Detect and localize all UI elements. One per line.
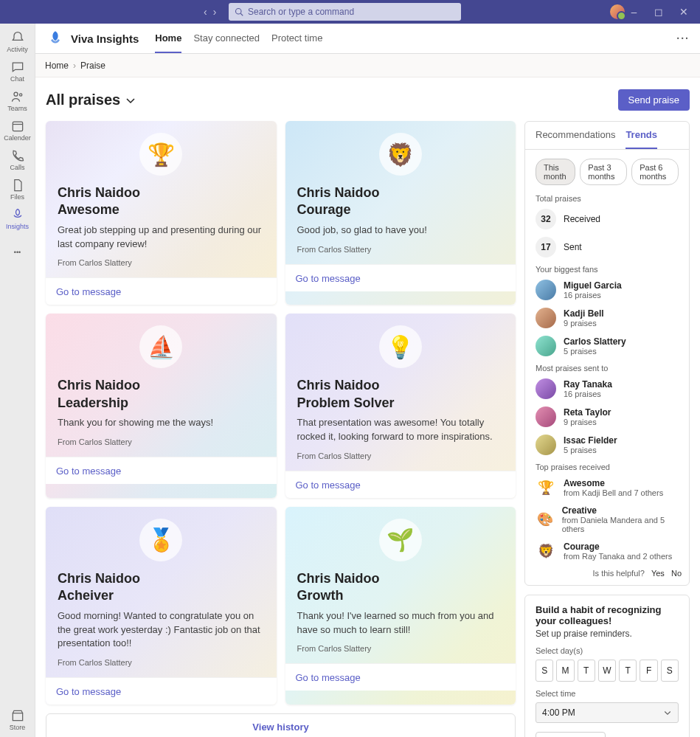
rail-more[interactable]: •••	[0, 238, 35, 267]
svg-point-2	[14, 92, 18, 96]
day-cell[interactable]: T	[578, 660, 595, 682]
rail-chat[interactable]: Chat	[0, 56, 35, 86]
tab-stay-connected[interactable]: Stay connected	[193, 24, 260, 53]
person-avatar	[536, 378, 556, 399]
person-row[interactable]: Ray Tanaka16 praises	[536, 378, 679, 399]
praise-badge-icon: 🌱	[379, 519, 422, 561]
go-to-message-link[interactable]: Go to message	[296, 672, 361, 683]
sent-count: 17	[536, 237, 556, 257]
close-button[interactable]: ✕	[676, 6, 691, 18]
praise-title: Chris NaidooAwesome	[58, 184, 265, 219]
tab-protect-time[interactable]: Protect time	[271, 24, 322, 53]
praise-message: That presentation was awesome! You total…	[297, 416, 505, 444]
rail-store[interactable]: Store	[0, 705, 35, 734]
send-praise-button[interactable]: Send praise	[618, 89, 690, 111]
praise-title: Chris NaidooGrowth	[297, 570, 505, 605]
praise-badge-icon: ⛵	[139, 325, 182, 368]
praise-from: From Carlos Slattery	[58, 658, 265, 667]
helpful-prompt: Is this helpful? Yes No	[533, 569, 682, 578]
reminder-subtitle: Set up praise reminders.	[536, 629, 679, 639]
praise-type-icon: 🦁	[536, 541, 556, 561]
praise-title: Chris NaidooProblem Solver	[297, 377, 505, 412]
go-to-message-link[interactable]: Go to message	[56, 466, 121, 477]
received-count: 32	[536, 209, 556, 229]
set-reminder-button[interactable]: Set reminder	[536, 732, 606, 737]
person-row[interactable]: Issac Fielder5 praises	[536, 435, 679, 455]
maximize-button[interactable]: ◻	[651, 6, 666, 18]
rail-calls[interactable]: Calls	[0, 145, 35, 174]
praise-message: Good job, so glad to have you!	[297, 224, 505, 238]
person-name: Carlos Slattery	[564, 336, 626, 347]
helpful-no[interactable]: No	[671, 569, 682, 578]
praise-cards-grid: 🏆Chris NaidooAwesomeGreat job stepping u…	[46, 121, 516, 737]
praise-type-from: from Ray Tanaka and 2 others	[564, 552, 672, 561]
person-avatar	[536, 406, 556, 427]
praise-card: 🏆Chris NaidooAwesomeGreat job stepping u…	[46, 121, 277, 305]
person-avatar	[536, 280, 556, 300]
praise-title: Chris NaidooLeadership	[58, 377, 265, 412]
reminder-title: Build a habit of recognizing your collea…	[536, 604, 679, 626]
helpful-yes[interactable]: Yes	[651, 569, 665, 578]
reminder-panel: Build a habit of recognizing your collea…	[524, 595, 690, 737]
person-row[interactable]: Miguel Garcia16 praises	[536, 280, 679, 300]
tab-recommendations[interactable]: Recommendations	[536, 122, 615, 149]
app-header: Viva Insights Home Stay connected Protec…	[35, 24, 700, 54]
time-select[interactable]: 4:00 PM	[536, 702, 679, 723]
title-bar: ‹ › Search or type a command ‒ ◻ ✕	[0, 0, 700, 24]
search-placeholder: Search or type a command	[248, 7, 354, 17]
breadcrumb-home[interactable]: Home	[45, 60, 69, 71]
most-sent-label: Most praises sent to	[536, 364, 679, 373]
total-praises-label: Total praises	[536, 194, 679, 203]
go-to-message-link[interactable]: Go to message	[296, 273, 361, 284]
praise-type-from: from Kadji Bell and 7 others	[564, 488, 663, 497]
rail-activity[interactable]: Activity	[0, 27, 35, 56]
day-cell[interactable]: S	[536, 660, 553, 682]
svg-point-0	[236, 9, 242, 15]
go-to-message-link[interactable]: Go to message	[56, 686, 121, 697]
nav-forward-icon[interactable]: ›	[213, 6, 217, 18]
day-cell[interactable]: T	[619, 660, 637, 682]
top-praise-row: 🦁Couragefrom Ray Tanaka and 2 others	[536, 541, 679, 561]
rail-calendar[interactable]: Calender	[0, 115, 35, 145]
praise-title: Chris NaidooCourage	[297, 184, 505, 219]
page-title[interactable]: All praises	[46, 91, 136, 108]
nav-back-icon[interactable]: ‹	[204, 6, 207, 18]
person-avatar	[536, 308, 556, 328]
search-input[interactable]: Search or type a command	[229, 3, 461, 21]
person-name: Reta Taylor	[564, 407, 611, 418]
period-chip[interactable]: Past 3 months	[580, 159, 627, 185]
person-row[interactable]: Carlos Slattery5 praises	[536, 336, 679, 356]
day-cell[interactable]: F	[640, 660, 657, 682]
day-cell[interactable]: W	[598, 660, 616, 682]
minimize-button[interactable]: ‒	[626, 6, 641, 18]
rail-insights[interactable]: Insights	[0, 204, 35, 233]
rail-files[interactable]: Files	[0, 174, 35, 204]
go-to-message-link[interactable]: Go to message	[56, 286, 121, 297]
day-cell[interactable]: M	[556, 660, 574, 682]
person-name: Ray Tanaka	[564, 379, 612, 390]
praise-from: From Carlos Slattery	[58, 437, 265, 446]
person-row[interactable]: Kadji Bell9 praises	[536, 308, 679, 328]
tab-trends[interactable]: Trends	[626, 122, 657, 149]
person-avatar	[536, 336, 556, 356]
person-count: 16 praises	[564, 390, 612, 398]
select-days-label: Select day(s)	[536, 646, 679, 655]
period-chip[interactable]: Past 6 months	[631, 159, 679, 185]
top-praise-row: 🏆Awesomefrom Kadji Bell and 7 others	[536, 477, 679, 498]
app-more-button[interactable]: ···	[676, 32, 690, 44]
period-chip[interactable]: This month	[536, 159, 575, 185]
viva-insights-logo-icon	[46, 29, 65, 48]
person-count: 5 praises	[564, 446, 617, 454]
praise-from: From Carlos Slattery	[297, 245, 505, 254]
praise-type-icon: 🎨	[536, 509, 555, 530]
svg-line-1	[240, 13, 243, 15]
rail-teams[interactable]: Teams	[0, 86, 35, 115]
day-cell[interactable]: S	[661, 660, 679, 682]
left-nav-rail: Activity Chat Teams Calender Calls Files…	[0, 24, 35, 737]
view-history-button[interactable]: View history	[46, 713, 516, 737]
go-to-message-link[interactable]: Go to message	[296, 480, 361, 491]
person-avatar	[536, 435, 556, 455]
person-row[interactable]: Reta Taylor9 praises	[536, 406, 679, 427]
tab-home[interactable]: Home	[155, 24, 181, 53]
praise-badge-icon: 💡	[379, 325, 422, 368]
